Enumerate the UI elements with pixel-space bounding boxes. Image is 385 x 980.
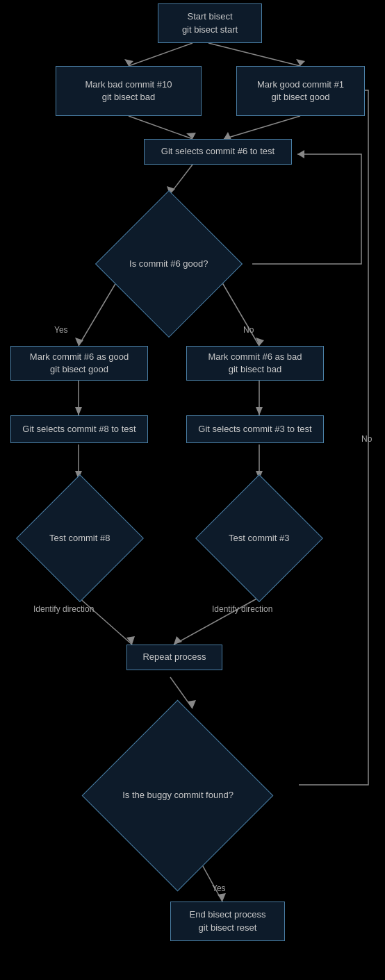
svg-marker-27: [188, 700, 196, 708]
is-buggy-found-label: Is the buggy commit found?: [118, 786, 236, 805]
is-buggy-found-diamond: Is the buggy commit found?: [69, 708, 285, 882]
svg-marker-23: [126, 636, 135, 645]
test-commit3-diamond: Test commit #3: [193, 479, 325, 597]
svg-marker-29: [218, 893, 226, 902]
yes1-label: Yes: [54, 325, 68, 335]
svg-marker-31: [297, 150, 304, 158]
identify-left-label: Identify direction: [33, 604, 94, 614]
svg-line-4: [129, 116, 192, 139]
svg-marker-15: [75, 407, 82, 415]
svg-marker-1: [124, 59, 133, 66]
svg-line-2: [208, 43, 300, 66]
select-commit3-box: Git selects commit #3 to test: [186, 415, 324, 443]
test-commit3-label: Test commit #3: [225, 529, 293, 548]
test-commit8-label: Test commit #8: [46, 529, 113, 548]
start-box: Start bisect git bisect start: [158, 3, 262, 43]
flowchart: Start bisect git bisect start Mark bad c…: [0, 0, 385, 980]
select-commit8-box: Git selects commit #8 to test: [10, 415, 148, 443]
mark-commit6-good-box: Mark commit #6 as good git bisect good: [10, 346, 148, 381]
yes2-label: Yes: [212, 883, 226, 893]
svg-marker-17: [256, 407, 263, 415]
test-commit8-diamond: Test commit #8: [14, 479, 146, 597]
svg-line-8: [170, 165, 192, 194]
end-bisect-box: End bisect process git bisect reset: [170, 902, 285, 941]
svg-marker-25: [174, 636, 182, 645]
select-commit6-box: Git selects commit #6 to test: [144, 139, 292, 165]
svg-marker-3: [296, 59, 305, 66]
repeat-process-box: Repeat process: [126, 645, 222, 670]
is-commit6-good-diamond: Is commit #6 good?: [83, 193, 254, 335]
svg-line-0: [129, 43, 192, 66]
mark-commit6-bad-box: Mark commit #6 as bad git bisect bad: [186, 346, 324, 381]
no2-label: No: [361, 434, 372, 444]
identify-right-label: Identify direction: [212, 604, 272, 614]
svg-marker-11: [75, 338, 83, 346]
mark-bad-box: Mark bad commit #10 git bisect bad: [56, 66, 202, 116]
svg-marker-5: [186, 133, 196, 139]
mark-good-box: Mark good commit #1 git bisect good: [236, 66, 365, 116]
svg-marker-13: [256, 338, 264, 346]
svg-line-6: [224, 116, 300, 139]
no1-label: No: [243, 325, 254, 335]
is-commit6-good-label: Is commit #6 good?: [126, 254, 211, 274]
